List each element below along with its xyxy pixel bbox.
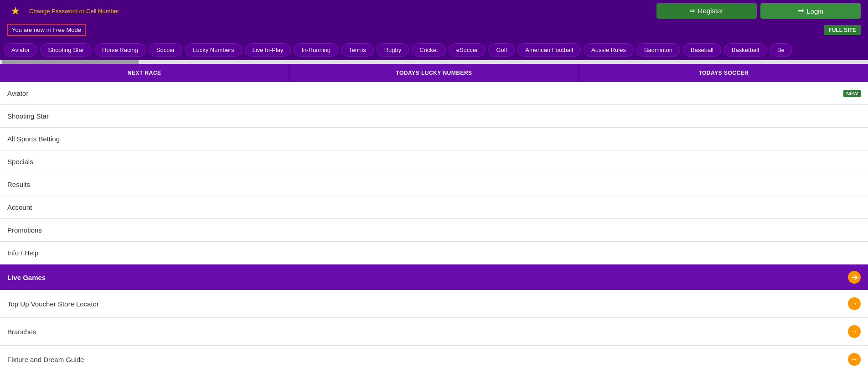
live-games-header[interactable]: Live Games ➔ <box>0 264 868 290</box>
nav-pill-basketball[interactable]: Basketball <box>724 43 767 57</box>
arrow-icon: → <box>848 325 861 338</box>
free-mode-text: You are now in Free Mode <box>7 24 86 36</box>
nav-bar: AviatorShooting StarHorse RacingSoccerLu… <box>0 40 868 60</box>
list-item-label: Account <box>7 203 32 211</box>
nav-pill-cricket[interactable]: Cricket <box>412 43 445 57</box>
arrow-item-label: Fixture and Dream Guide <box>7 356 84 363</box>
list-item-label: Shooting Star <box>7 112 49 120</box>
arrow-item-label: Top Up Voucher Store Locator <box>7 300 99 308</box>
nav-pill-lucky-numbers[interactable]: Lucky Numbers <box>185 43 242 57</box>
arrow-item-label: Branches <box>7 328 36 336</box>
list-item-specials[interactable]: Specials <box>0 150 868 173</box>
arrow-items-list: Top Up Voucher Store Locator→Branches→Fi… <box>0 290 868 368</box>
live-games-label: Live Games <box>7 274 46 281</box>
quick-link-todays-soccer[interactable]: TODAYS SOCCER <box>579 64 868 82</box>
nav-pill-in-running[interactable]: In-Running <box>294 43 338 57</box>
nav-pill-american-football[interactable]: American Football <box>517 43 581 57</box>
register-button[interactable]: ✏ Register <box>656 3 757 19</box>
arrow-item-top-up-voucher-store-locator[interactable]: Top Up Voucher Store Locator→ <box>0 290 868 318</box>
live-games-arrow: ➔ <box>848 271 861 284</box>
list-item-aviator[interactable]: AviatorNEW <box>0 82 868 105</box>
free-mode-bar: You are now in Free Mode FULL SITE <box>0 22 868 40</box>
nav-pill-soccer[interactable]: Soccer <box>149 43 182 57</box>
nav-pill-live-in-play[interactable]: Live In-Play <box>245 43 291 57</box>
login-button[interactable]: ⮕ Login <box>760 3 861 19</box>
quick-links: NEXT RACETODAYS LUCKY NUMBERSTODAYS SOCC… <box>0 64 868 82</box>
arrow-icon: → <box>848 297 861 310</box>
nav-pill-baseball[interactable]: Baseball <box>683 43 721 57</box>
nav-pill-esoccer[interactable]: eSoccer <box>449 43 486 57</box>
nav-pill-aviator[interactable]: Aviator <box>4 43 37 57</box>
list-item-label: All Sports Betting <box>7 135 60 143</box>
scroll-bar-container <box>0 60 868 64</box>
arrow-icon: → <box>848 353 861 366</box>
header-left: ★ Change Password or Cell Number <box>7 3 119 19</box>
list-item-info-/-help[interactable]: Info / Help <box>0 242 868 264</box>
list-item-shooting-star[interactable]: Shooting Star <box>0 105 868 128</box>
arrow-item-branches[interactable]: Branches→ <box>0 318 868 346</box>
change-password-link[interactable]: Change Password or Cell Number <box>29 8 119 15</box>
nav-pill-shooting-star[interactable]: Shooting Star <box>40 43 92 57</box>
list-item-label: Results <box>7 181 30 188</box>
new-badge: NEW <box>843 90 861 97</box>
arrow-item-fixture-and-dream-guide[interactable]: Fixture and Dream Guide→ <box>0 346 868 368</box>
nav-pill-tennis[interactable]: Tennis <box>341 43 374 57</box>
scroll-thumb <box>2 60 139 64</box>
nav-pill-horse-racing[interactable]: Horse Racing <box>94 43 146 57</box>
list-item-label: Promotions <box>7 226 42 234</box>
list-item-results[interactable]: Results <box>0 173 868 196</box>
header-buttons: ✏ Register ⮕ Login <box>656 3 861 19</box>
list-item-promotions[interactable]: Promotions <box>0 219 868 242</box>
logo-star: ★ <box>7 3 24 19</box>
header: ★ Change Password or Cell Number ✏ Regis… <box>0 0 868 22</box>
full-site-button[interactable]: FULL SITE <box>824 25 861 35</box>
list-item-label: Aviator <box>7 89 28 97</box>
quick-link-todays-lucky-numbers[interactable]: TODAYS LUCKY NUMBERS <box>289 64 579 82</box>
list-item-label: Info / Help <box>7 249 38 257</box>
list-item-all-sports-betting[interactable]: All Sports Betting <box>0 128 868 150</box>
nav-pill-rugby[interactable]: Rugby <box>377 43 409 57</box>
main-list: AviatorNEWShooting StarAll Sports Bettin… <box>0 82 868 264</box>
list-item-label: Specials <box>7 158 33 166</box>
nav-pill-be[interactable]: Be <box>770 43 792 57</box>
quick-link-next-race[interactable]: NEXT RACE <box>0 64 289 82</box>
nav-pill-golf[interactable]: Golf <box>488 43 515 57</box>
list-item-account[interactable]: Account <box>0 196 868 219</box>
nav-pill-aussie-rules[interactable]: Aussie Rules <box>584 43 634 57</box>
nav-pill-badminton[interactable]: Badminton <box>636 43 680 57</box>
